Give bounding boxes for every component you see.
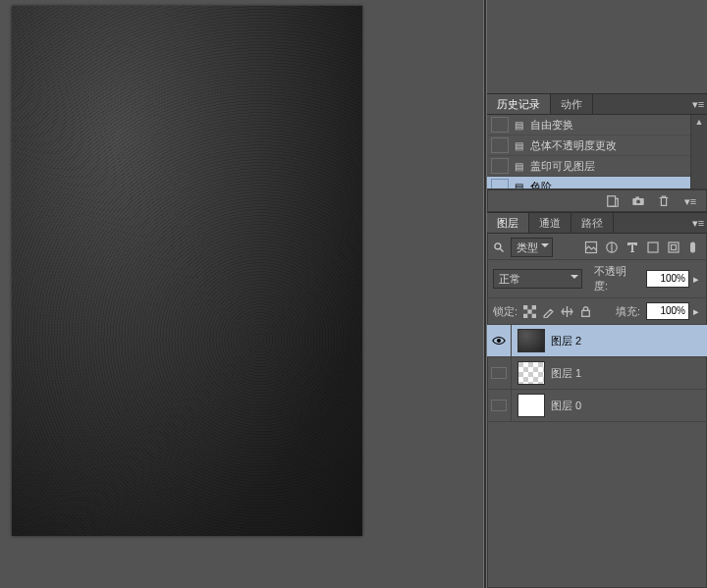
layer-name-label[interactable]: 图层 1 [551, 366, 581, 381]
history-item-label: 色阶 [530, 180, 707, 190]
layer-visibility-toggle[interactable] [487, 390, 512, 421]
svg-rect-7 [648, 242, 658, 252]
layer-filter-bar: 类型 [487, 234, 707, 260]
tab-paths[interactable]: 路径 [571, 213, 614, 233]
svg-rect-10 [690, 242, 695, 253]
layer-thumbnail[interactable] [517, 394, 545, 417]
svg-rect-3 [635, 196, 639, 198]
filter-adjust-icon[interactable] [605, 241, 619, 254]
history-step-icon: ▤ [513, 119, 524, 131]
opacity-input[interactable]: 100% [646, 270, 689, 288]
history-tabbar: 历史记录 动作 ▾≡ [487, 93, 707, 115]
layers-panel: 图层 通道 路径 ▾≡ 类型 正常 不透明度: 100% ▸ 锁定: [487, 212, 707, 588]
filter-shape-icon[interactable] [646, 241, 660, 254]
layer-list: 图层 2 图层 1 图层 0 [487, 325, 707, 422]
history-snapshot-box[interactable] [491, 179, 509, 189]
layer-row[interactable]: 图层 2 [487, 325, 707, 357]
history-list: ▤ 自由变换 ▤ 总体不透明度更改 ▤ 盖印可见图层 ▤ 色阶 ▲ [487, 115, 707, 189]
svg-rect-9 [672, 245, 677, 250]
canvas-area [0, 0, 483, 588]
layer-name-label[interactable]: 图层 2 [551, 334, 581, 348]
history-panel: 历史记录 动作 ▾≡ ▤ 自由变换 ▤ 总体不透明度更改 ▤ 盖印可见图层 ▤ … [487, 93, 707, 212]
panel-empty-top [487, 0, 707, 93]
blend-mode-select[interactable]: 正常 [493, 269, 582, 289]
layer-visibility-toggle[interactable] [487, 325, 512, 356]
svg-point-18 [498, 340, 501, 343]
opacity-stepper-icon[interactable]: ▸ [691, 270, 701, 288]
filter-toggle-icon[interactable] [687, 241, 701, 254]
history-item-label: 总体不透明度更改 [530, 138, 707, 153]
lock-transparent-icon[interactable] [523, 305, 536, 318]
history-scrollbar[interactable]: ▲ [690, 115, 707, 188]
layers-panel-menu-icon[interactable]: ▾≡ [689, 217, 707, 230]
svg-rect-15 [523, 313, 527, 317]
history-item-label: 自由变换 [530, 118, 707, 133]
svg-rect-12 [523, 305, 527, 309]
fill-label: 填充: [616, 304, 640, 319]
svg-rect-0 [608, 196, 616, 207]
lock-move-icon[interactable] [561, 305, 573, 318]
tab-layers[interactable]: 图层 [487, 213, 529, 233]
lock-brush-icon[interactable] [542, 305, 555, 318]
svg-rect-17 [582, 310, 590, 316]
svg-rect-8 [669, 242, 679, 252]
history-panel-menu-icon[interactable]: ▾≡ [689, 98, 707, 111]
svg-rect-13 [527, 309, 531, 313]
opacity-label: 不透明度: [594, 264, 640, 294]
layer-row[interactable]: 图层 1 [487, 357, 707, 390]
layer-filter-kind-select[interactable]: 类型 [511, 238, 553, 257]
svg-rect-14 [532, 305, 536, 309]
eye-icon [492, 336, 506, 346]
fill-stepper-icon[interactable]: ▸ [691, 302, 701, 320]
layer-visibility-toggle[interactable] [487, 357, 512, 389]
camera-icon[interactable] [630, 193, 646, 209]
history-snapshot-box[interactable] [491, 137, 509, 153]
lock-label: 锁定: [493, 304, 517, 319]
history-item[interactable]: ▤ 色阶 [487, 177, 707, 189]
svg-rect-16 [532, 313, 536, 317]
history-item[interactable]: ▤ 盖印可见图层 [487, 156, 707, 177]
visibility-empty-box [491, 367, 507, 379]
layer-thumbnail[interactable] [517, 361, 545, 385]
history-item[interactable]: ▤ 自由变换 [487, 115, 707, 135]
filter-smart-icon[interactable] [667, 241, 680, 254]
tab-actions[interactable]: 动作 [551, 94, 593, 114]
layer-thumbnail[interactable] [517, 329, 545, 352]
tab-history[interactable]: 历史记录 [487, 94, 551, 114]
lock-all-icon[interactable] [579, 305, 592, 318]
svg-point-4 [495, 243, 501, 249]
history-step-icon: ▤ [513, 160, 524, 172]
trash-icon[interactable] [656, 193, 672, 209]
history-snapshot-box[interactable] [491, 117, 509, 133]
search-icon [493, 241, 505, 253]
layers-tabbar: 图层 通道 路径 ▾≡ [487, 212, 707, 234]
history-footer: ▾≡ [487, 189, 707, 212]
history-step-icon: ▤ [513, 181, 524, 189]
history-step-icon: ▤ [513, 139, 524, 151]
history-new-document-icon[interactable] [605, 193, 621, 209]
svg-point-2 [636, 200, 640, 204]
visibility-empty-box [491, 400, 507, 411]
layer-row[interactable]: 图层 0 [487, 390, 707, 422]
layer-name-label[interactable]: 图层 0 [551, 399, 581, 413]
tab-channels[interactable]: 通道 [529, 213, 571, 233]
filter-pixel-icon[interactable] [584, 241, 598, 254]
history-item-label: 盖印可见图层 [530, 159, 707, 174]
filter-type-icon[interactable] [625, 241, 639, 254]
layer-lock-bar: 锁定: 填充: 100% ▸ [487, 298, 707, 325]
history-footer-menu-icon[interactable]: ▾≡ [681, 195, 699, 208]
document-canvas[interactable] [12, 6, 362, 536]
layer-blend-bar: 正常 不透明度: 100% ▸ [487, 260, 707, 298]
history-item[interactable]: ▤ 总体不透明度更改 [487, 135, 707, 156]
fill-input[interactable]: 100% [646, 302, 689, 320]
scroll-up-icon[interactable]: ▲ [691, 115, 707, 129]
history-snapshot-box[interactable] [491, 158, 509, 174]
